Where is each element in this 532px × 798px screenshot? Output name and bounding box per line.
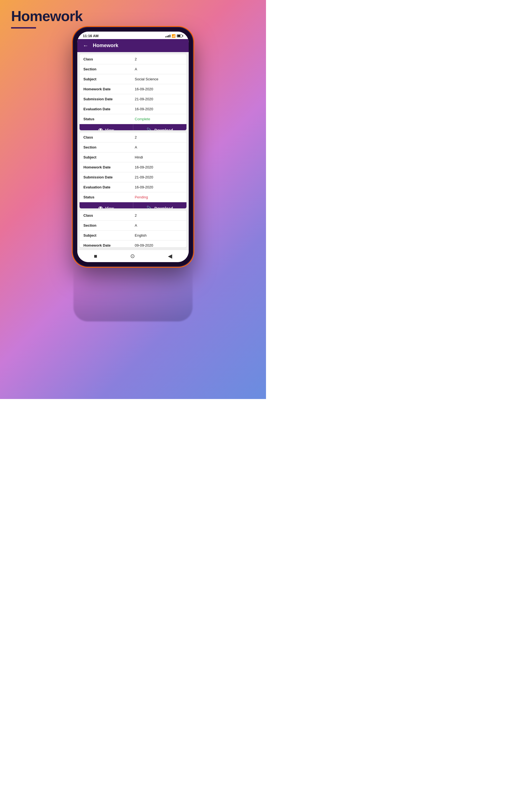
table-row: Section A	[79, 221, 187, 230]
download-label: Download	[154, 128, 173, 131]
phone-reflection	[73, 266, 193, 321]
back-nav-icon[interactable]: ◀	[168, 253, 172, 259]
field-label: Class	[79, 54, 131, 64]
homework-card-1: Class 2 Section A Subject Social Science…	[79, 54, 187, 130]
field-label: Subject	[79, 152, 131, 162]
view-label: View	[105, 128, 114, 131]
field-label: Class	[79, 132, 131, 142]
download-label: Download	[154, 206, 173, 209]
field-value: 2	[131, 211, 187, 220]
field-value: 21-09-2020	[131, 172, 187, 182]
app-header-title: Homework	[93, 43, 118, 49]
view-label: View	[105, 206, 114, 209]
attachment-icon: 📎	[147, 128, 152, 130]
table-row: Section A	[79, 142, 187, 152]
app-header: ← Homework	[77, 39, 189, 52]
table-row: Submission Date 21-09-2020	[79, 94, 187, 104]
homework-card-3: Class 2 Section A Subject English Homewo…	[79, 211, 187, 247]
field-value: 16-09-2020	[131, 182, 187, 192]
table-row: Homework Date 16-09-2020	[79, 84, 187, 94]
field-label: Evaluation Date	[79, 104, 131, 114]
field-value: 16-09-2020	[131, 84, 187, 94]
table-row: Status Complete	[79, 114, 187, 124]
field-value: 2	[131, 54, 187, 64]
table-row: Status Pending	[79, 192, 187, 202]
back-button[interactable]: ←	[83, 42, 89, 49]
field-label: Section	[79, 142, 131, 152]
eye-icon: 👁	[98, 206, 103, 209]
table-row: Class 2	[79, 211, 187, 221]
status-bar: 11:16 AM 📶	[77, 32, 189, 39]
phone-screen: 11:16 AM 📶 ← Homework	[77, 32, 189, 262]
eye-icon: 👁	[98, 128, 103, 131]
view-button[interactable]: 👁 View	[79, 202, 133, 208]
attachment-icon: 📎	[147, 206, 152, 208]
home-button-icon[interactable]: ⊙	[130, 253, 135, 259]
field-value: 2	[131, 132, 187, 142]
download-button[interactable]: 📎 Download	[133, 202, 187, 208]
page-title: Homework	[11, 8, 82, 24]
signal-bars-icon	[166, 35, 170, 37]
status-icons: 📶	[166, 34, 183, 38]
bottom-nav: ■ ⊙ ◀	[77, 250, 189, 262]
field-label: Status	[79, 192, 131, 202]
table-row: Homework Date 16-09-2020	[79, 163, 187, 172]
field-value: A	[131, 221, 187, 230]
card-actions: 👁 View 📎 Download	[79, 124, 187, 130]
title-underline	[11, 27, 36, 28]
status-time: 11:16 AM	[83, 34, 99, 38]
field-value: 21-09-2020	[131, 94, 187, 104]
field-label: Status	[79, 114, 131, 124]
wifi-icon: 📶	[172, 34, 176, 38]
field-value: 16-09-2020	[131, 163, 187, 172]
field-value: A	[131, 142, 187, 152]
field-label: Submission Date	[79, 94, 131, 104]
card-actions: 👁 View 📎 Download	[79, 202, 187, 208]
table-row: Class 2	[79, 132, 187, 142]
table-row: Subject Social Science	[79, 74, 187, 84]
field-label: Homework Date	[79, 163, 131, 172]
field-label: Section	[79, 64, 131, 74]
field-value: Social Science	[131, 74, 187, 84]
field-label: Submission Date	[79, 172, 131, 182]
table-row: Submission Date 21-09-2020	[79, 172, 187, 182]
field-label: Homework Date	[79, 241, 131, 247]
homework-card-2: Class 2 Section A Subject Hindi Homework…	[79, 132, 187, 208]
field-label: Class	[79, 211, 131, 220]
status-badge: Complete	[131, 114, 187, 124]
field-label: Subject	[79, 230, 131, 240]
phone-frame: 11:16 AM 📶 ← Homework	[73, 28, 193, 266]
home-icon[interactable]: ■	[94, 253, 97, 259]
download-button[interactable]: 📎 Download	[133, 124, 187, 130]
table-row: Section A	[79, 64, 187, 74]
field-value: English	[131, 230, 187, 240]
table-row: Evaluation Date 16-09-2020	[79, 182, 187, 192]
field-label: Evaluation Date	[79, 182, 131, 192]
table-row: Class 2	[79, 54, 187, 64]
field-value: A	[131, 64, 187, 74]
view-button[interactable]: 👁 View	[79, 124, 133, 130]
field-label: Homework Date	[79, 84, 131, 94]
field-value: 09-09-2020	[131, 241, 187, 247]
table-row: Subject Hindi	[79, 152, 187, 163]
field-value: Hindi	[131, 152, 187, 162]
table-row: Evaluation Date 16-09-2020	[79, 104, 187, 114]
field-label: Section	[79, 221, 131, 230]
battery-icon	[177, 34, 183, 37]
field-label: Subject	[79, 74, 131, 84]
field-value: 16-09-2020	[131, 104, 187, 114]
status-badge: Pending	[131, 192, 187, 202]
content-area[interactable]: Class 2 Section A Subject Social Science…	[77, 52, 189, 250]
table-row: Homework Date 09-09-2020	[79, 241, 187, 247]
table-row: Subject English	[79, 230, 187, 241]
